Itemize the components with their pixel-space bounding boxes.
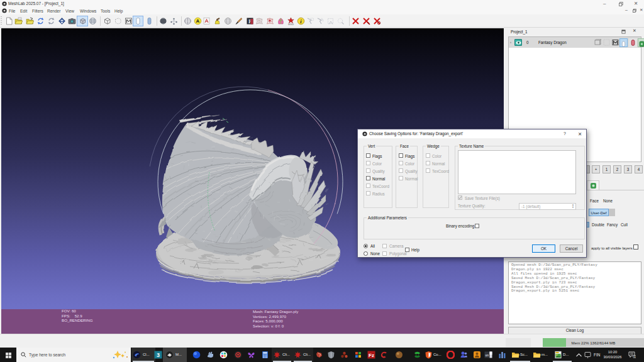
svg-text:A: A xyxy=(196,18,200,24)
svg-text:Fz: Fz xyxy=(369,353,374,358)
svg-text:6: 6 xyxy=(634,355,636,358)
svg-text:un: un xyxy=(485,353,489,357)
svg-text:GOLD: GOLD xyxy=(288,23,294,25)
svg-text:3: 3 xyxy=(157,352,160,358)
